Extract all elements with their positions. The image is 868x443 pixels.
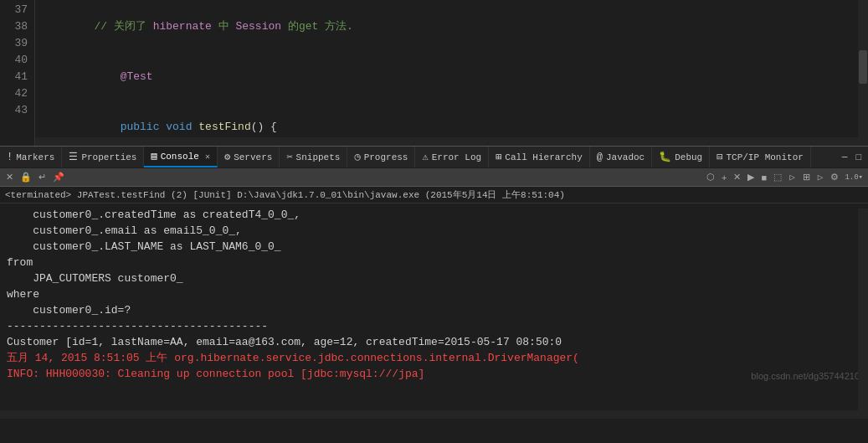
servers-icon: ⚙	[224, 151, 230, 163]
tab-progress[interactable]: ◷ Progress	[347, 147, 415, 167]
console-output[interactable]: customer0_.createdTime as createdT4_0_0_…	[0, 203, 868, 385]
output-line-5: JPA_CUTOMERS customer0_	[7, 270, 861, 286]
debug-console-button[interactable]: ▶	[745, 171, 757, 183]
tab-console-label: Console	[161, 152, 199, 162]
tab-markers-label: Markers	[16, 152, 54, 162]
maximize-button[interactable]: □	[852, 151, 865, 164]
scroll-lock-button[interactable]: 🔒	[18, 171, 34, 183]
output-line-4: from	[7, 255, 861, 270]
markers-icon: !	[7, 152, 13, 163]
output-line-2: customer0_.email as email5_0_0_,	[7, 223, 861, 239]
tab-properties[interactable]: ☰ Properties	[62, 147, 144, 167]
output-line-1: customer0_.createdTime as createdT4_0_0_…	[7, 207, 861, 223]
snippets-icon: ✂	[286, 151, 292, 163]
output-line-10: INFO: HHH000030: Cleaning up connection …	[7, 366, 861, 382]
console-menu-button[interactable]: ⊞	[800, 171, 813, 183]
code-line-37: // 关闭了 hibernate 中 Session 的get 方法.	[42, 2, 861, 52]
javadoc-icon: @	[597, 152, 603, 163]
terminated-text: <terminated> JPATest.testFind (2) [JUnit…	[5, 188, 565, 201]
console-icon: ▤	[151, 150, 157, 162]
terminated-bar: <terminated> JPATest.testFind (2) [JUnit…	[0, 187, 868, 203]
tab-tcp-monitor[interactable]: ⊟ TCP/IP Monitor	[710, 147, 811, 167]
watermark: blog.csdn.net/dg35744210	[751, 371, 860, 381]
tab-servers[interactable]: ⚙ Servers	[218, 147, 280, 167]
error-log-icon: ⚠	[422, 151, 428, 163]
tab-snippets-label: Snippets	[296, 152, 341, 162]
terminate-button[interactable]: ■	[758, 172, 769, 183]
editor-area: 37 38 39 40 41 42 43 // 关闭了 hibernate 中 …	[0, 0, 868, 147]
disconnect-button[interactable]: ⬚	[771, 171, 784, 183]
vertical-scrollbar[interactable]	[858, 0, 868, 146]
output-line-3: customer0_.LAST_NAME as LAST_NAM6_0_0_	[7, 239, 861, 255]
open-console-button[interactable]: ⬡	[704, 171, 717, 183]
minimize-button[interactable]: ─	[839, 151, 851, 164]
tab-debug[interactable]: 🐛 Debug	[652, 147, 710, 167]
console-toolbar: ✕ 🔒 ↵ 📌 ⬡ + ✕ ▶ ■ ⬚ ▷ ⊞ ▷ ⚙ 1.0▾	[0, 168, 868, 187]
progress-icon: ◷	[354, 151, 360, 163]
call-hierarchy-icon: ⊞	[496, 151, 501, 163]
remove-launch-button[interactable]: ✕	[731, 171, 743, 183]
output-line-7: customer0_.id=?	[7, 302, 861, 318]
tab-javadoc-label: Javadoc	[606, 152, 645, 162]
debug-icon: 🐛	[659, 151, 671, 163]
properties-icon: ☰	[69, 151, 78, 163]
tab-servers-label: Servers	[234, 152, 272, 162]
tab-debug-label: Debug	[675, 152, 702, 162]
new-console-button[interactable]: +	[719, 172, 729, 183]
tab-properties-label: Properties	[81, 152, 136, 162]
tab-progress-label: Progress	[364, 152, 408, 162]
tab-tcp-monitor-label: TCP/IP Monitor	[726, 152, 803, 162]
tab-error-log-label: Error Log	[432, 152, 481, 162]
tab-snippets[interactable]: ✂ Snippets	[280, 147, 347, 167]
code-content[interactable]: // 关闭了 hibernate 中 Session 的get 方法. @Tes…	[35, 0, 868, 146]
line-numbers: 37 38 39 40 41 42 43	[0, 0, 35, 146]
tcp-monitor-icon: ⊟	[716, 151, 722, 163]
output-line-6: where	[7, 286, 861, 302]
output-separator: ----------------------------------------	[7, 318, 861, 334]
console-area: ✕ 🔒 ↵ 📌 ⬡ + ✕ ▶ ■ ⬚ ▷ ⊞ ▷ ⚙ 1.0▾ <termin…	[0, 168, 868, 419]
tab-console[interactable]: ▤ Console ✕	[144, 147, 217, 167]
tab-markers[interactable]: ! Markers	[0, 147, 62, 167]
clear-console-button[interactable]: ✕	[3, 171, 16, 183]
tab-call-hierarchy-label: Call Hierarchy	[505, 152, 582, 162]
output-line-9: 五月 14, 2015 8:51:05 上午 org.hibernate.ser…	[7, 350, 861, 366]
tab-actions: ─ □	[835, 147, 868, 167]
properties-button2[interactable]: ⚙	[828, 171, 841, 183]
output-line-8: Customer [id=1, lastName=AA, email=aa@16…	[7, 334, 861, 350]
tab-call-hierarchy[interactable]: ⊞ Call Hierarchy	[489, 147, 590, 167]
word-wrap-button[interactable]: ↵	[36, 171, 49, 183]
horizontal-scrollbar[interactable]	[35, 137, 858, 146]
pin-console-button[interactable]: 📌	[50, 171, 67, 183]
code-line-38: @Test	[42, 52, 861, 102]
console-horizontal-scrollbar[interactable]	[0, 410, 858, 419]
tab-error-log[interactable]: ⚠ Error Log	[415, 147, 489, 167]
scroll-thumb[interactable]	[859, 50, 867, 84]
console-vertical-scrollbar[interactable]	[858, 209, 868, 419]
console-close-icon[interactable]: ✕	[205, 152, 210, 162]
tab-javadoc[interactable]: @ Javadoc	[590, 147, 652, 167]
tab-bar: ! Markers ☰ Properties ▤ Console ✕ ⚙ Ser…	[0, 147, 868, 168]
